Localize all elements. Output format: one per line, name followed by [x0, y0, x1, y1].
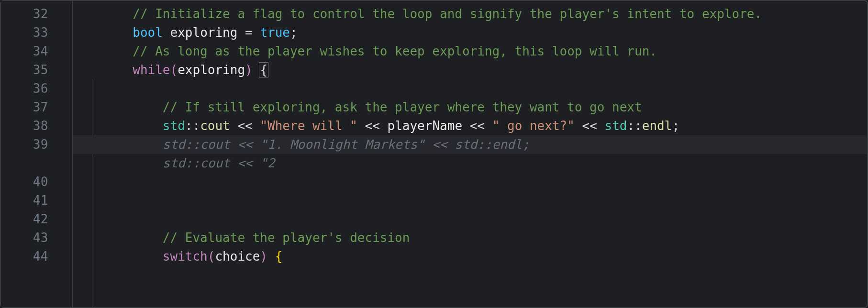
identifier: exploring [170, 25, 238, 40]
code-line[interactable]: // Evaluate the player's decision [73, 229, 867, 247]
code-line[interactable]: switch(choice) { [73, 247, 867, 266]
operator-stream: << [470, 119, 485, 133]
scope-op: :: [185, 119, 200, 133]
ghost-suggestion: std::cout << "1. Moonlight Markets" << s… [163, 137, 530, 152]
keyword-switch: switch [163, 249, 208, 264]
operator-stream: << [237, 119, 252, 133]
indent [73, 100, 163, 114]
line-number: 32 [1, 5, 72, 23]
line-number: 33 [1, 23, 72, 42]
ghost-suggestion: std::cout << "2 [163, 156, 275, 170]
identifier-endl: endl [642, 119, 672, 133]
code-line[interactable] [73, 210, 867, 229]
code-line[interactable]: // Initialize a flag to control the loop… [73, 5, 867, 23]
keyword-bool: bool [133, 25, 163, 40]
indent [73, 25, 133, 40]
line-number: 37 [1, 98, 72, 117]
code-line[interactable]: bool exploring = true; [73, 23, 867, 42]
operator-stream: << [582, 119, 597, 133]
code-line-active[interactable]: std::cout << "1. Moonlight Markets" << s… [73, 135, 867, 154]
line-number: 40 [1, 173, 72, 191]
indent [73, 7, 133, 21]
identifier-cout: cout [200, 119, 230, 133]
literal-true: true [260, 25, 290, 40]
comment-text: // If still exploring, ask the player wh… [163, 100, 642, 114]
namespace-std: std [604, 119, 627, 133]
indent [73, 231, 163, 245]
code-line[interactable] [73, 79, 867, 98]
operator-stream: << [365, 119, 380, 133]
line-number: 41 [1, 191, 72, 210]
comment-text: // Initialize a flag to control the loop… [133, 7, 762, 21]
operator-assign: = [245, 25, 253, 40]
line-number: 35 [1, 61, 72, 79]
indent [73, 156, 163, 170]
indent [73, 119, 163, 133]
string-literal: " go next?" [492, 119, 575, 133]
paren-open: ( [208, 249, 215, 264]
brace-open: { [275, 249, 283, 264]
namespace-std: std [163, 119, 185, 133]
code-editor[interactable]: 32 33 34 35 36 37 38 39 40 41 42 43 44 /… [0, 0, 868, 308]
paren-open: ( [170, 63, 178, 77]
comment-text: // As long as the player wishes to keep … [133, 44, 657, 58]
ghost-continuation-line[interactable]: std::cout << "2 [73, 154, 867, 173]
code-line[interactable] [73, 191, 867, 210]
semicolon: ; [672, 119, 679, 133]
keyword-while: while [133, 63, 170, 77]
line-number-gutter: 32 33 34 35 36 37 38 39 40 41 42 43 44 [1, 1, 73, 307]
indent [73, 249, 163, 264]
identifier: playerName [388, 119, 463, 133]
identifier: exploring [178, 63, 245, 77]
line-number [1, 154, 72, 173]
brace-open: { [259, 62, 268, 77]
code-line[interactable] [73, 173, 867, 191]
code-line[interactable]: while(exploring) { [73, 61, 867, 79]
indent [73, 44, 133, 58]
identifier: choice [215, 249, 260, 264]
line-number: 36 [1, 79, 72, 98]
semicolon: ; [290, 25, 298, 40]
line-number: 42 [1, 210, 72, 229]
string-literal: "Where will " [260, 119, 357, 133]
line-number: 34 [1, 42, 72, 61]
line-number: 43 [1, 229, 72, 247]
code-line[interactable]: // If still exploring, ask the player wh… [73, 98, 867, 117]
indent [73, 63, 133, 77]
scope-op: :: [627, 119, 642, 133]
code-line[interactable]: std::cout << "Where will " << playerName… [73, 117, 867, 135]
paren-close: ) [260, 249, 267, 264]
line-number: 44 [1, 247, 72, 266]
code-line[interactable]: // As long as the player wishes to keep … [73, 42, 867, 61]
paren-close: ) [245, 63, 253, 77]
code-area[interactable]: // Initialize a flag to control the loop… [73, 1, 867, 307]
comment-text: // Evaluate the player's decision [163, 231, 410, 245]
line-number: 38 [1, 117, 72, 135]
line-number: 39 [1, 135, 72, 154]
indent [73, 137, 163, 152]
